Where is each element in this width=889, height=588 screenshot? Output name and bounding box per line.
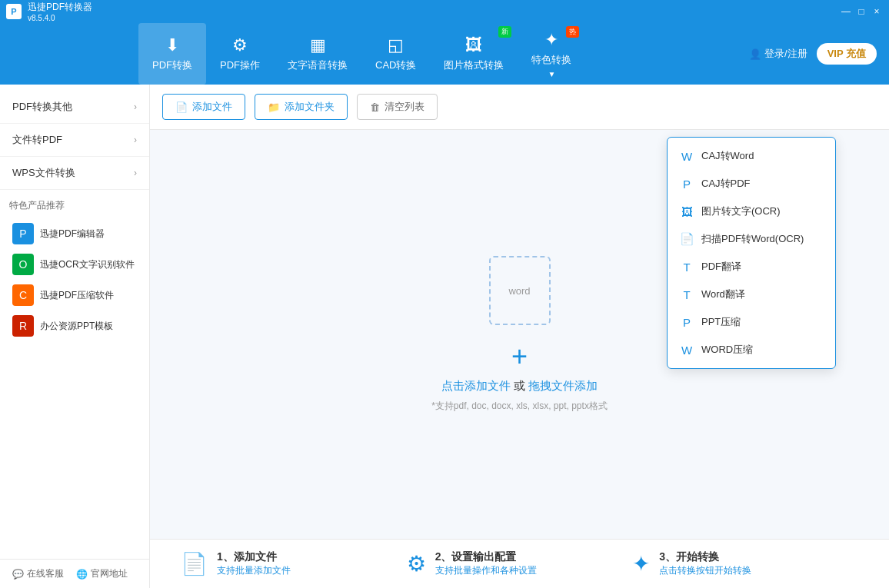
image-format-icon: 🖼: [465, 35, 482, 55]
special-icon: ✦: [544, 30, 558, 50]
sidebar: PDF转换其他 › 文件转PDF › WPS文件转换 › 特色产品推荐 P 迅捷…: [0, 85, 150, 588]
dropdown-word-translate[interactable]: T Word翻译: [668, 281, 835, 308]
service-icon: 💬: [12, 569, 24, 580]
dropdown-menu: W CAJ转Word P CAJ转PDF 🖼 图片转文字(OCR) 📄 扫描PD…: [667, 137, 836, 369]
add-file-button[interactable]: 📄 添加文件: [162, 94, 245, 120]
sidebar-item-wps[interactable]: WPS文件转换 ›: [0, 157, 149, 189]
user-icon: 👤: [749, 48, 761, 60]
nav-bar: ⬇ PDF转换 ⚙ PDF操作 ▦ 文字语音转换 ◱ CAD转换 新 🖼 图片格…: [0, 23, 889, 85]
new-badge: 新: [498, 26, 511, 38]
main-layout: PDF转换其他 › 文件转PDF › WPS文件转换 › 特色产品推荐 P 迅捷…: [0, 85, 889, 588]
dropdown-ppt-compress[interactable]: P PPT压缩: [668, 308, 835, 336]
maximize-button[interactable]: □: [855, 5, 867, 18]
clear-list-button[interactable]: 🗑 清空列表: [357, 94, 438, 120]
plus-icon: +: [511, 341, 528, 373]
title-bar-left: P 迅捷PDF转换器 v8.5.4.0: [6, 1, 92, 22]
dropdown-pdf-translate[interactable]: T PDF翻译: [668, 253, 835, 281]
product-compress[interactable]: C 迅捷PDF压缩软件: [9, 280, 140, 311]
guide-step-2: ⚙ 2、设置输出配置 支持批量操作和各种设置: [407, 550, 633, 577]
product-ppt[interactable]: R 办公资源PPT模板: [9, 311, 140, 341]
caj-pdf-icon: P: [680, 178, 694, 191]
guide-step-1: 📄 1、添加文件 支持批量添加文件: [181, 550, 407, 577]
nav-text-voice[interactable]: ▦ 文字语音转换: [274, 23, 361, 85]
chevron-right-icon: ›: [134, 101, 137, 112]
chevron-right-icon-2: ›: [134, 135, 137, 145]
dropdown-caj-word[interactable]: W CAJ转Word: [668, 142, 835, 170]
text-voice-icon: ▦: [310, 35, 326, 55]
nav-image-format[interactable]: 新 🖼 图片格式转换: [430, 23, 518, 85]
pdf-editor-icon: P: [12, 223, 34, 244]
caj-word-icon: W: [680, 150, 694, 163]
dropdown-scan-pdf-word[interactable]: 📄 扫描PDF转Word(OCR): [668, 225, 835, 253]
nav-cad[interactable]: ◱ CAD转换: [361, 23, 430, 85]
title-bar: P 迅捷PDF转换器 v8.5.4.0 — □ ×: [0, 0, 889, 23]
dropdown-word-compress[interactable]: W WORD压缩: [668, 336, 835, 364]
add-file-icon: 📄: [175, 101, 188, 113]
products-title: 特色产品推荐: [9, 199, 140, 212]
ocr-icon: O: [12, 254, 34, 275]
compress-icon: C: [12, 284, 34, 306]
pdf-convert-icon: ⬇: [165, 35, 179, 55]
sidebar-section-file-to-pdf: 文件转PDF ›: [0, 124, 149, 157]
guide-bar: 📄 1、添加文件 支持批量添加文件 ⚙ 2、设置输出配置 支持批量操作和各种设置…: [150, 539, 889, 588]
dropdown-caj-pdf[interactable]: P CAJ转PDF: [668, 170, 835, 198]
close-button[interactable]: ×: [871, 5, 883, 18]
sidebar-item-pdf-other[interactable]: PDF转换其他 ›: [0, 91, 149, 123]
chevron-right-icon-3: ›: [134, 168, 137, 178]
word-compress-icon: W: [680, 344, 694, 357]
website-icon: 🌐: [76, 569, 88, 580]
nav-right: 👤 登录/注册 VIP 充值: [749, 23, 889, 85]
guide-step-2-icon: ⚙: [407, 551, 426, 576]
product-pdf-editor[interactable]: P 迅捷PDF编辑器: [9, 218, 140, 249]
login-button[interactable]: 👤 登录/注册: [749, 47, 807, 61]
word-translate-icon: T: [680, 288, 694, 301]
app-icon: P: [6, 4, 22, 19]
sidebar-section-wps: WPS文件转换 ›: [0, 157, 149, 190]
add-folder-icon: 📁: [268, 101, 280, 113]
pdf-op-icon: ⚙: [232, 35, 248, 55]
nav-special[interactable]: 热 ✦ 特色转换 ▼: [518, 23, 585, 85]
dropdown-image-ocr[interactable]: 🖼 图片转文字(OCR): [668, 198, 835, 225]
add-file-text: 点击添加文件 或 拖拽文件添加: [441, 379, 598, 394]
minimize-button[interactable]: —: [840, 5, 852, 18]
add-file-link[interactable]: 点击添加文件: [441, 379, 511, 392]
website-link[interactable]: 🌐 官网地址: [76, 567, 128, 580]
ppt-icon: R: [12, 315, 34, 337]
add-folder-button[interactable]: 📁 添加文件夹: [255, 94, 348, 120]
pdf-translate-icon: T: [680, 261, 694, 274]
products-section: 特色产品推荐 P 迅捷PDF编辑器 O 迅捷OCR文字识别软件 C 迅捷PDF压…: [0, 190, 149, 341]
guide-step-3-icon: ✦: [632, 551, 650, 576]
word-placeholder: word: [489, 256, 551, 325]
guide-step-1-icon: 📄: [181, 551, 208, 576]
trash-icon: 🗑: [370, 101, 380, 113]
add-file-hint: *支持pdf, doc, docx, xls, xlsx, ppt, pptx格…: [431, 400, 608, 413]
ppt-compress-icon: P: [680, 316, 694, 329]
app-title: 迅捷PDF转换器 v8.5.4.0: [28, 1, 92, 22]
sidebar-section-pdf-other: PDF转换其他 ›: [0, 91, 149, 124]
nav-pdf-op[interactable]: ⚙ PDF操作: [206, 23, 274, 85]
content-area: 📄 添加文件 📁 添加文件夹 🗑 清空列表 word + 点击添加文件 或 拖拽…: [150, 85, 889, 588]
sidebar-footer: 💬 在线客服 🌐 官网地址: [0, 559, 149, 588]
product-ocr[interactable]: O 迅捷OCR文字识别软件: [9, 249, 140, 280]
sidebar-item-file-to-pdf[interactable]: 文件转PDF ›: [0, 124, 149, 156]
scan-icon: 📄: [680, 232, 694, 246]
nav-pdf-convert[interactable]: ⬇ PDF转换: [138, 23, 206, 85]
guide-step-3: ✦ 3、开始转换 点击转换按钮开始转换: [632, 550, 858, 577]
cad-icon: ◱: [388, 35, 404, 55]
image-ocr-icon: 🖼: [680, 205, 694, 218]
online-service-link[interactable]: 💬 在线客服: [12, 567, 64, 580]
toolbar: 📄 添加文件 📁 添加文件夹 🗑 清空列表: [150, 85, 889, 130]
vip-button[interactable]: VIP 充值: [817, 43, 877, 65]
hot-badge: 热: [566, 26, 579, 38]
title-bar-controls: — □ ×: [840, 5, 883, 18]
